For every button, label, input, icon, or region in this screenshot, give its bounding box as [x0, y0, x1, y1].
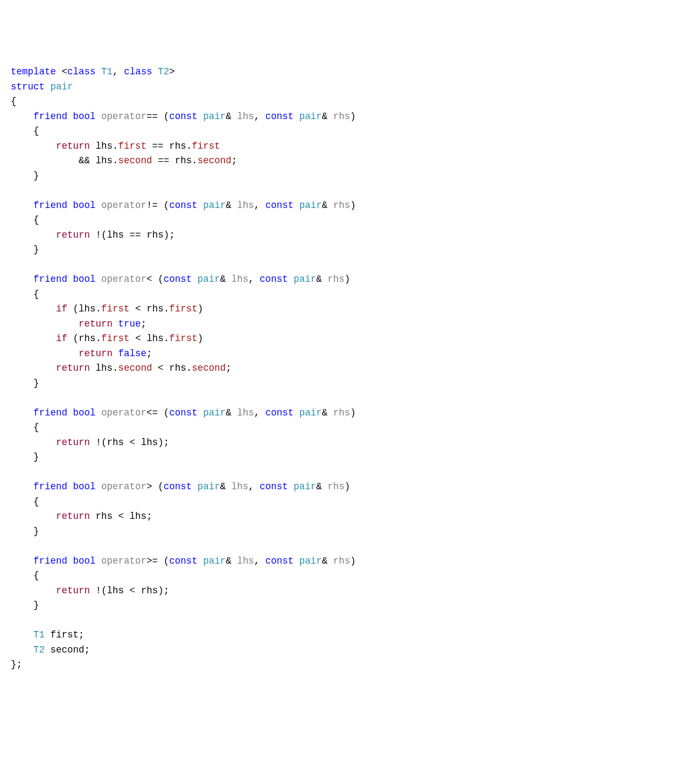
kw-bool: bool — [73, 556, 96, 566]
var-rhs: rhs — [175, 155, 192, 166]
type-pair: pair — [299, 407, 322, 418]
var-rhs: rhs — [333, 200, 351, 211]
mem-second: second — [198, 155, 232, 166]
type-pair: pair — [299, 200, 322, 211]
kw-return: return — [56, 363, 90, 373]
type-T2: T2 — [33, 644, 45, 655]
op-le: operator — [101, 407, 146, 418]
var-rhs: rhs — [141, 585, 158, 596]
mem-first: first — [169, 333, 198, 344]
var-lhs: lhs — [232, 274, 249, 285]
kw-const: const — [169, 200, 198, 211]
kw-const: const — [169, 407, 198, 418]
type-pair: pair — [198, 481, 220, 492]
var-rhs: rhs — [327, 274, 345, 285]
type-T2: T2 — [158, 66, 169, 77]
var-rhs: rhs — [146, 303, 164, 314]
kw-bool: bool — [73, 407, 96, 418]
sym-lt: < — [146, 274, 152, 285]
var-rhs: rhs — [146, 230, 164, 240]
var-lhs: lhs — [96, 363, 113, 373]
kw-bool: bool — [73, 111, 96, 122]
kw-friend: friend — [33, 111, 67, 122]
var-lhs: lhs — [107, 230, 124, 240]
kw-const: const — [265, 200, 294, 211]
kw-const: const — [164, 481, 192, 492]
var-lhs: lhs — [107, 585, 124, 596]
type-pair: pair — [293, 481, 316, 492]
type-pair: pair — [293, 274, 316, 285]
var-lhs: lhs — [237, 556, 254, 566]
type-pair: pair — [51, 81, 73, 92]
kw-return: return — [56, 141, 90, 151]
sym-eq: == — [146, 111, 158, 122]
kw-false: false — [118, 348, 147, 359]
sym-ne: != — [146, 200, 158, 211]
kw-const: const — [265, 407, 294, 418]
mem-first: first — [192, 141, 220, 151]
op-lt: operator — [101, 274, 146, 285]
op-eq: operator — [101, 111, 146, 122]
var-lhs: lhs — [232, 481, 249, 492]
var-lhs: lhs — [141, 437, 158, 448]
kw-friend: friend — [33, 274, 67, 285]
sym-gt: > — [146, 481, 152, 492]
var-rhs: rhs — [107, 437, 124, 448]
mem-first: first — [118, 141, 147, 151]
type-T1: T1 — [33, 629, 45, 640]
kw-if: if — [56, 303, 67, 314]
mem-first: first — [101, 333, 130, 344]
type-pair: pair — [299, 111, 322, 122]
kw-template: template — [11, 66, 56, 77]
type-pair: pair — [203, 111, 226, 122]
var-lhs: lhs — [146, 333, 164, 344]
var-rhs: rhs — [327, 481, 345, 492]
kw-friend: friend — [33, 556, 67, 566]
type-pair: pair — [203, 200, 226, 211]
kw-class: class — [67, 66, 96, 77]
kw-const: const — [260, 274, 288, 285]
kw-const: const — [265, 556, 294, 566]
code-block: template <class T1, class T2> struct pai… — [11, 65, 689, 672]
var-lhs: lhs — [237, 111, 254, 122]
var-rhs: rhs — [333, 556, 351, 566]
var-rhs: rhs — [333, 407, 351, 418]
kw-friend: friend — [33, 407, 67, 418]
kw-friend: friend — [33, 200, 67, 211]
kw-return: return — [56, 437, 90, 448]
mem-second: second — [118, 155, 152, 166]
var-rhs: rhs — [169, 141, 186, 151]
kw-const: const — [169, 111, 198, 122]
var-lhs: lhs — [79, 303, 96, 314]
sym-le: <= — [146, 407, 158, 418]
kw-return: return — [56, 511, 90, 522]
var-rhs: rhs — [333, 111, 351, 122]
mem-first: first — [101, 303, 130, 314]
op-ge: operator — [101, 556, 146, 566]
var-lhs: lhs — [130, 511, 147, 522]
var-rhs: rhs — [96, 511, 113, 522]
mem-second: second — [118, 363, 152, 373]
var-lhs: lhs — [96, 155, 113, 166]
mem-first: first — [169, 303, 198, 314]
mem-second: second — [51, 644, 85, 655]
var-lhs: lhs — [237, 200, 254, 211]
kw-return: return — [79, 318, 113, 329]
op-ne: operator — [101, 200, 146, 211]
type-pair: pair — [203, 556, 226, 566]
var-lhs: lhs — [96, 141, 113, 151]
mem-second: second — [192, 363, 226, 373]
kw-if: if — [56, 333, 67, 344]
op-gt: operator — [101, 481, 146, 492]
kw-friend: friend — [33, 481, 67, 492]
type-pair: pair — [198, 274, 220, 285]
kw-const: const — [260, 481, 288, 492]
kw-const: const — [169, 556, 198, 566]
type-T1: T1 — [101, 66, 113, 77]
mem-first: first — [51, 629, 79, 640]
kw-bool: bool — [73, 274, 96, 285]
type-pair: pair — [299, 556, 322, 566]
var-lhs: lhs — [237, 407, 254, 418]
kw-return: return — [56, 230, 90, 240]
var-rhs: rhs — [169, 363, 186, 373]
